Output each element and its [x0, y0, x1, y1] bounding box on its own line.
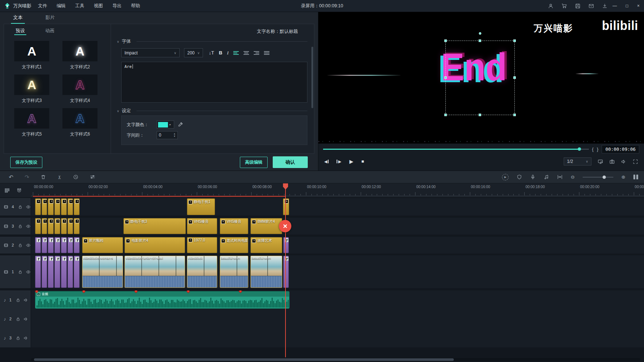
scrollbar-thumb[interactable]: [34, 358, 454, 361]
track-lane[interactable]: TTTTTTTvideoblocks-woman-svideoblocks-ju…: [31, 255, 644, 288]
resize-handle[interactable]: [513, 39, 516, 42]
fit-timeline-icon[interactable]: [557, 174, 563, 180]
close-button[interactable]: ×: [637, 3, 640, 8]
timeline-clip[interactable]: T: [74, 237, 80, 253]
timeline-clip[interactable]: *: [283, 198, 289, 215]
timeline-clip[interactable]: T: [61, 256, 67, 288]
text-style-card[interactable]: A文字样式2: [62, 41, 97, 70]
align-right-button[interactable]: [254, 50, 259, 56]
redo-icon[interactable]: ↷: [25, 174, 30, 180]
resize-handle[interactable]: [479, 114, 481, 116]
timeline-clip[interactable]: *静电干扰1: [187, 198, 215, 215]
track-header[interactable]: 2: [0, 237, 31, 254]
timeline-clip[interactable]: videoblocks-junior-girl-wavi: [124, 256, 185, 288]
resize-handle[interactable]: [444, 114, 447, 116]
timeline-clip[interactable]: *: [42, 218, 47, 234]
resize-handle[interactable]: [444, 76, 447, 79]
preview-zoom-select[interactable]: 1/2 ∨: [564, 157, 591, 165]
lock-icon[interactable]: [18, 205, 23, 209]
timeline-clip[interactable]: T: [74, 256, 80, 288]
maximize-button[interactable]: □: [626, 3, 628, 8]
dual-view-icon[interactable]: [633, 175, 638, 179]
audio-track-lane[interactable]: ♪音频: [31, 290, 644, 309]
timeline-clip[interactable]: *胶片颗粒: [82, 237, 123, 253]
timeline-clip[interactable]: T: [61, 237, 67, 253]
timeline-clip[interactable]: T: [68, 256, 73, 288]
eye-icon[interactable]: [26, 243, 31, 248]
lock-icon[interactable]: [18, 224, 23, 229]
timeline-clip[interactable]: *: [54, 198, 60, 215]
text-color-swatch-button[interactable]: ▾: [157, 121, 174, 129]
rotate-handle[interactable]: [479, 32, 482, 35]
timeline-clip[interactable]: *静电干扰3: [123, 218, 185, 234]
track-header[interactable]: 3: [0, 218, 31, 235]
timeline-clip[interactable]: *8MM胶片4: [250, 218, 282, 234]
timeline-clip[interactable]: beautiful-wom: [220, 256, 248, 288]
timeline-clip[interactable]: T: [283, 237, 289, 253]
delete-clip-button[interactable]: ✕: [279, 220, 291, 232]
lock-icon[interactable]: [16, 317, 20, 321]
timeline-clip[interactable]: *: [48, 218, 54, 234]
next-frame-button[interactable]: ▶: [337, 159, 341, 164]
save-preset-button[interactable]: 保存为预设: [10, 157, 42, 168]
fullscreen-icon[interactable]: [633, 159, 638, 164]
timeline-clip[interactable]: T: [68, 237, 73, 253]
account-icon[interactable]: [548, 3, 553, 9]
timeline-clip[interactable]: *: [42, 198, 47, 215]
timeline-clip[interactable]: *: [48, 198, 54, 215]
timeline-clip[interactable]: T: [42, 256, 47, 288]
delete-icon[interactable]: [41, 174, 46, 180]
timeline-clip[interactable]: T: [48, 256, 54, 288]
display-settings-icon[interactable]: [598, 159, 603, 164]
stepper-arrows-icon[interactable]: ▲▼: [173, 133, 176, 137]
panel-scrollbar[interactable]: [311, 47, 313, 108]
track-lane[interactable]: ********静电干扰1*: [31, 198, 644, 216]
minimize-button[interactable]: —: [613, 3, 617, 8]
timeline-clip[interactable]: *: [35, 218, 41, 234]
eyedropper-icon[interactable]: [178, 122, 183, 127]
resize-handle[interactable]: [479, 39, 481, 42]
tab-影片[interactable]: 影片: [43, 13, 57, 24]
resize-handle[interactable]: [513, 114, 516, 116]
zoom-in-icon[interactable]: ⊕: [621, 174, 625, 180]
playhead[interactable]: [285, 183, 286, 357]
text-style-card[interactable]: A文字样式4: [62, 75, 97, 104]
audio-clip[interactable]: ♪音频: [35, 291, 290, 309]
audio-track-lane[interactable]: [31, 328, 644, 347]
timeline-clip[interactable]: T: [35, 256, 41, 288]
seek-bar[interactable]: [323, 149, 589, 150]
timeline-clip[interactable]: T: [283, 256, 289, 288]
seek-handle[interactable]: [578, 148, 581, 151]
zoom-out-icon[interactable]: ⊖: [571, 174, 575, 180]
track-header[interactable]: 1: [0, 255, 31, 288]
timeline-clip[interactable]: beautiful-wom: [250, 256, 282, 288]
text-content-input[interactable]: Are: [121, 62, 307, 103]
timeline-clip[interactable]: *VHS噪音: [187, 218, 217, 234]
mark-in-button[interactable]: {: [592, 146, 594, 152]
undo-icon[interactable]: ↶: [9, 174, 14, 180]
render-preview-icon[interactable]: ▶: [502, 174, 509, 180]
timeline-clip[interactable]: T: [54, 237, 60, 253]
audio-track-header[interactable]: ♪3: [0, 328, 31, 347]
letter-spacing-stepper[interactable]: 0 ▲▼: [157, 131, 178, 139]
menu-item[interactable]: 文件: [38, 3, 47, 9]
timeline-clip[interactable]: *1977.0: [187, 237, 217, 253]
zoom-slider-handle[interactable]: [602, 175, 606, 179]
audio-mixer-icon[interactable]: [544, 174, 549, 180]
align-justify-button[interactable]: [264, 50, 269, 56]
bold-button[interactable]: B: [219, 50, 222, 56]
volume-icon[interactable]: [621, 159, 626, 164]
track-lane[interactable]: ********静电干扰3*VHS噪音*VHS噪音*8MM胶片4✕: [31, 218, 644, 235]
stop-button[interactable]: ■: [361, 159, 364, 164]
speaker-icon[interactable]: [24, 298, 28, 302]
snap-magnet-icon[interactable]: [16, 188, 22, 193]
timeline-clip[interactable]: *VHS噪音: [220, 218, 248, 234]
text-style-card[interactable]: A文字样式6: [62, 108, 97, 137]
vertical-text-button[interactable]: ↓T: [209, 50, 214, 56]
lock-icon[interactable]: [18, 270, 23, 274]
eye-icon[interactable]: [26, 205, 31, 209]
manage-tracks-icon[interactable]: [4, 188, 10, 193]
text-selection-box[interactable]: [445, 41, 515, 115]
menu-item[interactable]: 编辑: [57, 3, 66, 9]
font-family-select[interactable]: Impact ∨: [121, 48, 180, 57]
